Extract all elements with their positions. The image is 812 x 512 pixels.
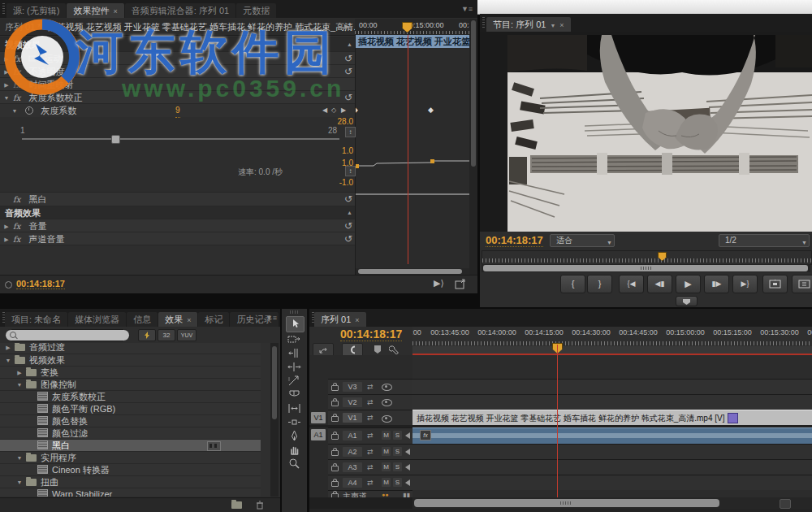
ecp-mini-ruler[interactable]: 00:00 00:15:00:00 00:30:00 xyxy=(355,19,477,36)
track-a4-content[interactable] xyxy=(412,475,812,490)
track-v3-content[interactable] xyxy=(412,379,812,394)
track-header-a1[interactable]: A1 ⇄ M S xyxy=(328,427,412,444)
toggle-animation-icon[interactable] xyxy=(25,106,33,115)
tool-pen[interactable] xyxy=(287,430,301,442)
tree-item-color-pass[interactable]: 颜色过滤 xyxy=(0,427,261,440)
mute-button[interactable]: M xyxy=(382,478,391,487)
ecp-row-volume[interactable]: ▶fx 音量 ↺ xyxy=(0,219,355,232)
solo-button[interactable]: S xyxy=(393,447,402,456)
tab-info[interactable]: 信息 xyxy=(127,312,158,327)
ecp-row-black-white[interactable]: ▶fx 黑白 ↺ xyxy=(0,192,355,206)
effects-search-input[interactable] xyxy=(5,329,130,341)
ecp-show-timeline-toggle[interactable]: ▶ xyxy=(344,19,355,35)
solo-button[interactable]: S xyxy=(393,462,402,471)
sync-lock-icon[interactable]: ⇄ xyxy=(367,383,374,391)
speaker-icon[interactable] xyxy=(405,432,410,439)
panel-grip[interactable] xyxy=(2,3,5,15)
lift-button[interactable] xyxy=(762,275,788,293)
play-button[interactable]: ▶ xyxy=(676,275,701,293)
close-icon[interactable]: × xyxy=(559,21,564,29)
effects-tree-scrollbar[interactable] xyxy=(270,343,279,497)
play-around-icon[interactable]: ▶⟩ xyxy=(434,278,444,289)
lock-icon[interactable] xyxy=(331,466,339,471)
ecp-row-gamma-correction[interactable]: ▼fx 灰度系数校正 ↺ xyxy=(0,90,355,104)
track-header-v3[interactable]: V3 ⇄ xyxy=(328,379,412,394)
tool-track-select[interactable] xyxy=(287,333,301,345)
track-v2-content[interactable] xyxy=(412,394,812,410)
sync-lock-icon[interactable]: ⇄ xyxy=(367,414,374,422)
fit-dropdown[interactable]: 适合▼ xyxy=(550,234,615,247)
reset-icon[interactable]: ↺ xyxy=(344,52,352,65)
lock-icon[interactable] xyxy=(331,434,339,440)
delete-icon[interactable] xyxy=(256,501,264,510)
add-marker-button[interactable] xyxy=(373,345,382,354)
panel-menu-icon[interactable]: ▼≡ xyxy=(264,313,279,323)
timeline-playhead-line[interactable] xyxy=(557,345,558,497)
tree-item-transform[interactable]: ▶变换 xyxy=(0,366,261,379)
gamma-slider-track[interactable] xyxy=(22,138,339,140)
tool-slip[interactable] xyxy=(287,402,301,414)
track-a2-content[interactable] xyxy=(412,444,812,459)
solo-button[interactable]: S xyxy=(393,478,402,487)
tree-item-distort[interactable]: ▼扭曲 xyxy=(0,475,261,488)
ecp-row-opacity[interactable]: ▶fx 不透明度 ↺ xyxy=(0,64,355,78)
gamma-slider-handle[interactable] xyxy=(111,135,120,144)
keyframe-icon[interactable]: ◆ xyxy=(355,106,358,114)
step-forward-button[interactable]: ▮▶ xyxy=(704,275,729,293)
reset-icon[interactable]: ↺ xyxy=(344,65,352,78)
source-patch-video[interactable]: V1 xyxy=(311,412,326,423)
mute-button[interactable]: M xyxy=(382,462,391,471)
tab-markers[interactable]: 标记 xyxy=(198,312,229,327)
tool-zoom[interactable] xyxy=(287,458,301,470)
mark-out-button[interactable]: } xyxy=(587,275,612,293)
lock-icon[interactable] xyxy=(331,416,339,422)
ecp-row-channel-volume[interactable]: ▶fx 声道音量 ↺ xyxy=(0,232,355,245)
track-name[interactable]: A2 xyxy=(343,447,362,457)
close-icon[interactable]: × xyxy=(355,316,359,324)
tab-metadata[interactable]: 元数据 xyxy=(236,3,276,18)
program-ruler[interactable] xyxy=(482,250,812,265)
prev-keyframe-icon[interactable]: ◀ xyxy=(322,104,327,117)
track-name[interactable]: V3 xyxy=(343,382,362,392)
tree-item-cineon-converter[interactable]: Cineon 转换器 xyxy=(0,463,261,476)
tree-item-utility[interactable]: ▼实用程序 xyxy=(0,451,261,464)
tab-effect-controls[interactable]: 效果控件× xyxy=(67,3,123,18)
chevron-down-icon[interactable]: ▼ xyxy=(550,23,555,28)
panel-grip[interactable] xyxy=(312,312,314,323)
tree-item-image-control[interactable]: ▼图像控制 xyxy=(0,378,261,391)
work-area-bar[interactable] xyxy=(412,346,812,355)
keyframe-icon[interactable]: ◆ xyxy=(428,106,434,114)
speaker-icon[interactable] xyxy=(405,449,410,455)
lock-icon[interactable] xyxy=(331,450,339,456)
ecp-row-gamma-param[interactable]: ▼ 灰度系数 9 ◀ ◇ ▶ xyxy=(0,103,355,117)
mark-in-button[interactable]: { xyxy=(560,275,585,293)
tab-project[interactable]: 项目: 未命名 xyxy=(5,312,67,327)
mute-button[interactable]: M xyxy=(382,447,391,456)
track-header-a3[interactable]: A3 ⇄ M S xyxy=(328,459,412,475)
a1-clip[interactable]: fx xyxy=(412,427,812,445)
zoom-level-dropdown[interactable]: 1/2▼ xyxy=(719,234,810,247)
panel-grip[interactable] xyxy=(482,17,485,28)
tab-program-monitor[interactable]: 节目: 序列 01▼× xyxy=(486,17,571,32)
tool-razor[interactable] xyxy=(287,388,301,401)
tool-slide[interactable] xyxy=(287,416,301,428)
tool-rolling-edit[interactable] xyxy=(287,361,301,373)
sync-lock-icon[interactable]: ⇄ xyxy=(367,463,374,471)
timeline-timecode[interactable]: 00:14:18:17 xyxy=(340,328,402,341)
sync-lock-icon[interactable]: ⇄ xyxy=(367,448,374,456)
track-output-eye-icon[interactable] xyxy=(382,399,392,406)
track-header-v2[interactable]: V2 ⇄ xyxy=(328,394,412,410)
panel-grip[interactable] xyxy=(2,312,5,323)
track-name[interactable]: A1 xyxy=(343,431,362,440)
timeline-h-scrollbar[interactable] xyxy=(412,497,812,509)
tool-selection[interactable] xyxy=(286,316,304,332)
track-output-eye-icon[interactable] xyxy=(382,415,392,423)
reset-icon[interactable]: ↺ xyxy=(344,193,352,206)
mute-button[interactable]: M xyxy=(382,431,391,440)
lock-icon[interactable] xyxy=(331,401,339,406)
speaker-icon[interactable] xyxy=(405,479,410,486)
ecp-keyframe-lane[interactable]: 插花视频 花艺视频 开业花篮 零 ◆ ◆ xyxy=(355,35,470,276)
ecp-vertical-scrollbar[interactable] xyxy=(469,19,477,276)
export-frame-icon[interactable] xyxy=(455,279,466,289)
track-header-a4[interactable]: A4 ⇄ M S xyxy=(328,475,412,490)
